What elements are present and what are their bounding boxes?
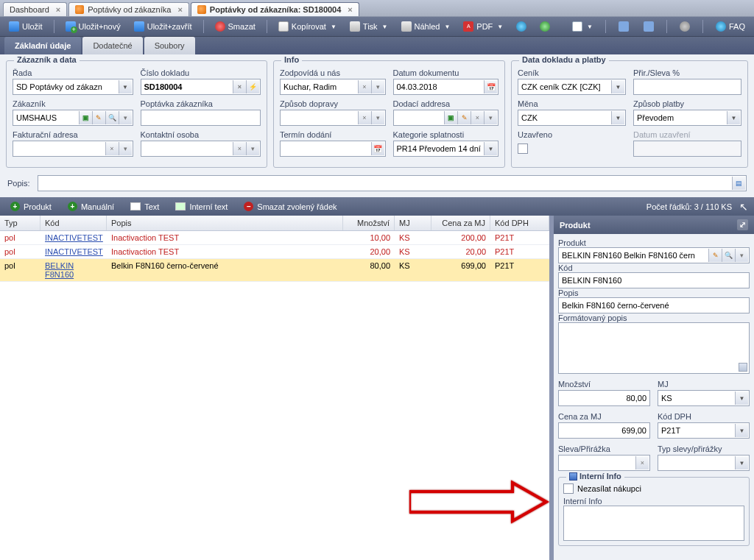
tab-dashboard[interactable]: Dashboard × (3, 2, 67, 16)
clear-icon[interactable]: × (233, 80, 246, 93)
clear-icon[interactable]: × (358, 80, 371, 93)
code-link[interactable]: INACTIVETEST (45, 247, 103, 256)
input-payment-method[interactable]: Převodem▼ (633, 110, 741, 126)
tab-demand-detail[interactable]: Poptávky od zákazníka: SD180004 × (191, 2, 359, 16)
settings-button[interactable] (675, 20, 694, 33)
chevron-down-icon[interactable]: ▾ (246, 142, 259, 155)
expand-icon[interactable] (739, 363, 747, 372)
print-button[interactable]: Tisk▼ (345, 20, 392, 33)
nav-prev-button[interactable] (614, 20, 633, 33)
expand-icon[interactable]: ⤢ (737, 219, 748, 230)
code-link[interactable]: BELKIN F8N160 (45, 261, 74, 279)
input-qty[interactable]: 80,00 (558, 390, 650, 406)
preview-button[interactable]: Náhled▼ (397, 20, 455, 33)
chevron-down-icon[interactable]: ▼ (119, 80, 132, 93)
flash-icon[interactable]: ⚡ (246, 80, 259, 93)
input-product[interactable]: BELKIN F8N160 Belkin F8N160 čern ✎🔍▾ (558, 247, 750, 263)
chevron-down-icon[interactable]: ▼ (484, 142, 497, 155)
add-icon[interactable]: ▣ (79, 111, 92, 124)
chevron-down-icon[interactable]: ▼ (611, 111, 624, 124)
chevron-down-icon[interactable]: ▾ (119, 142, 132, 155)
table-row[interactable]: polBELKIN F8N160Belkin F8N160 černo-červ… (0, 259, 549, 282)
save-new-button[interactable]: Uložit+nový (61, 20, 125, 33)
subtab-files[interactable]: Soubory (144, 37, 195, 54)
input-code[interactable]: BELKIN F8N160 (558, 272, 750, 288)
checkbox-dont-send-buyer[interactable] (563, 483, 574, 494)
clear-icon[interactable]: × (358, 111, 371, 124)
input-unit[interactable]: KS▼ (658, 390, 750, 406)
chevron-down-icon[interactable]: ▾ (735, 249, 748, 262)
pdf-button[interactable]: APDF▼ (459, 20, 507, 33)
delete-line-button[interactable]: –Smazat zvolený řádek (239, 200, 341, 213)
chevron-down-icon[interactable]: ▼ (735, 424, 748, 437)
add-text-button[interactable]: Text (126, 201, 163, 213)
chevron-down-icon[interactable]: ▼ (727, 111, 740, 124)
calendar-icon[interactable]: 📅 (371, 142, 384, 155)
report-button[interactable]: ▼ (568, 20, 597, 33)
chevron-down-icon[interactable]: ▾ (119, 111, 132, 124)
chevron-down-icon[interactable]: ▾ (371, 111, 384, 124)
expand-icon[interactable]: ▤ (732, 177, 745, 190)
input-shipping-method[interactable]: ×▾ (280, 110, 386, 126)
collapse-icon[interactable] (569, 472, 577, 481)
table-row[interactable]: polINACTIVETESTInactivaction TEST20,00KS… (0, 245, 549, 259)
save-close-button[interactable]: Uložit+zavřít (130, 20, 197, 33)
subtab-additional[interactable]: Dodatečné (82, 37, 142, 54)
add-icon[interactable]: ▣ (444, 111, 457, 124)
input-payment-category[interactable]: PR14 Převodem 14 dní ▼ (393, 141, 499, 157)
calendar-icon[interactable]: 📅 (484, 80, 497, 93)
subtab-basic[interactable]: Základní údaje (4, 37, 81, 54)
copy-button[interactable]: Kopírovat▼ (274, 20, 341, 33)
col-type[interactable]: Typ (0, 216, 40, 230)
add-product-button[interactable]: +Produkt (6, 200, 56, 213)
col-code[interactable]: Kód (40, 216, 107, 230)
input-delivery-address[interactable]: ▣✎×▾ (393, 110, 499, 126)
input-currency[interactable]: CZK▼ (518, 110, 626, 126)
chevron-down-icon[interactable]: ▾ (484, 111, 497, 124)
info-button[interactable] (512, 20, 531, 33)
input-delivery-term[interactable]: 📅 (280, 141, 386, 157)
col-vat[interactable]: Kód DPH (490, 216, 549, 230)
search-icon[interactable]: 🔍 (722, 249, 735, 262)
input-billing-address[interactable]: ×▾ (13, 141, 133, 157)
input-surcharge[interactable] (633, 79, 741, 95)
input-pricelist[interactable]: CZK ceník CZK [CZK]▼ (518, 79, 626, 95)
save-button[interactable]: Uložit (4, 20, 47, 33)
input-responsible[interactable]: Kuchar, Radim ×▾ (280, 79, 386, 95)
input-description[interactable]: ▤ (38, 175, 747, 191)
table-row[interactable]: polINACTIVETESTInactivaction TEST10,00KS… (0, 231, 549, 245)
input-contact-person[interactable]: ×▾ (141, 141, 261, 157)
input-discount[interactable]: × (558, 455, 650, 471)
input-series[interactable]: SD Poptávky od zákazn▼ (13, 79, 133, 95)
input-doc-date[interactable]: 04.03.2018 📅 (393, 79, 499, 95)
clear-icon[interactable]: × (471, 111, 484, 124)
input-formatted-desc[interactable] (558, 322, 750, 374)
add-internal-text-button[interactable]: Interní text (171, 201, 232, 213)
close-icon[interactable]: × (56, 5, 60, 14)
clear-icon[interactable]: × (233, 142, 246, 155)
input-price[interactable]: 699,00 (558, 422, 650, 439)
close-icon[interactable]: × (348, 5, 352, 14)
input-internal-info[interactable] (563, 506, 744, 541)
input-desc[interactable]: Belkin F8N160 černo-červené (558, 297, 750, 313)
add-manual-button[interactable]: +Manuální (63, 200, 119, 213)
code-link[interactable]: INACTIVETEST (45, 233, 103, 242)
col-unit[interactable]: MJ (395, 216, 431, 230)
chevron-down-icon[interactable]: ▼ (735, 391, 748, 405)
chevron-down-icon[interactable]: ▼ (735, 456, 748, 469)
nav-next-button[interactable] (639, 20, 658, 33)
col-description[interactable]: Popis (107, 216, 343, 230)
edit-icon[interactable]: ✎ (92, 111, 105, 124)
chevron-down-icon[interactable]: ▾ (371, 80, 384, 93)
col-qty[interactable]: Množství (343, 216, 395, 230)
clear-icon[interactable]: × (635, 456, 649, 469)
input-customer[interactable]: UMSHAUS ▣✎🔍▾ (13, 110, 133, 126)
checkbox-closed[interactable] (518, 143, 528, 154)
edit-icon[interactable]: ✎ (457, 111, 471, 124)
input-doc-number[interactable]: SD180004 ×⚡ (141, 79, 261, 95)
search-icon[interactable]: 🔍 (105, 111, 119, 124)
input-discount-type[interactable]: ▼ (658, 455, 750, 471)
faq-button[interactable]: FAQ (711, 20, 750, 33)
delete-button[interactable]: Smazat (211, 20, 260, 33)
input-vat[interactable]: P21T▼ (658, 422, 750, 439)
